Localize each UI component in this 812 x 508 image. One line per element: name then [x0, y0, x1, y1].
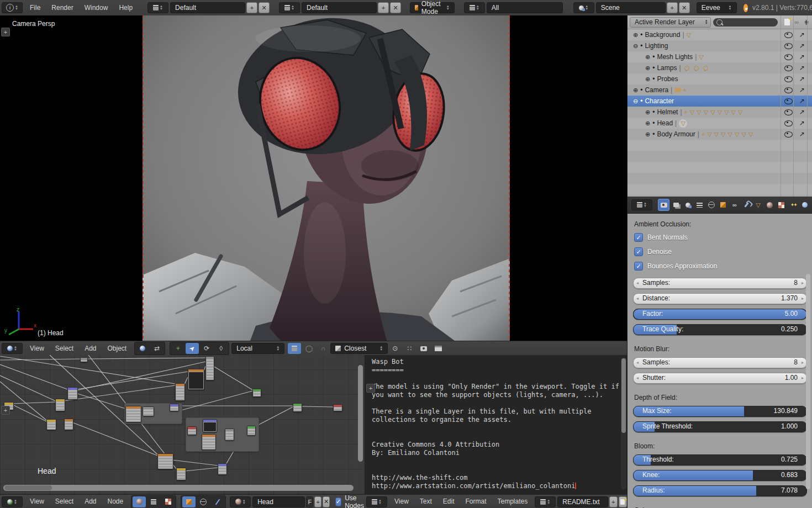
visibility-eye-icon[interactable]: [784, 32, 793, 38]
expand-toggle[interactable]: ⊕: [645, 54, 650, 61]
text-content[interactable]: Wasp Bot======== The model is using "Onl…: [372, 358, 619, 490]
checkbox[interactable]: ✓: [634, 247, 643, 256]
node-menu-select[interactable]: Select: [50, 495, 79, 508]
paint-brush-button[interactable]: ⊙: [388, 343, 402, 354]
shader-node[interactable]: [202, 434, 216, 450]
viewport-menu-view[interactable]: View: [24, 342, 50, 356]
properties-editor-type-button[interactable]: ▲▼: [631, 199, 652, 210]
material-browse-button[interactable]: ▲▼: [230, 496, 251, 507]
shader-node[interactable]: [55, 399, 65, 411]
slider-tracequality[interactable]: Trace Quality:0.250: [633, 324, 807, 335]
mode-ball-icon-button[interactable]: [136, 343, 149, 354]
visibility-eye-icon[interactable]: [784, 76, 793, 82]
selectable-cursor-icon[interactable]: ↖: [799, 75, 805, 83]
selectable-cursor-icon[interactable]: ↖: [799, 119, 805, 127]
snap-magnet-button[interactable]: ∩: [317, 343, 330, 354]
snap-mode-dropdown[interactable]: Closest ▲▼: [330, 343, 388, 354]
editor-type-info-button[interactable]: i ▲▼: [2, 2, 23, 13]
slider-radius[interactable]: Radius:7.078: [633, 485, 807, 496]
slider-spritethreshold[interactable]: Sprite Threshold:1.000: [633, 421, 807, 432]
collection-name[interactable]: Body Armour: [657, 130, 695, 138]
scene-icon-button[interactable]: ▲▼: [573, 2, 594, 13]
text-editor[interactable]: Wasp Bot======== The model is using "Onl…: [365, 355, 628, 494]
visibility-eye-icon[interactable]: [784, 43, 793, 49]
shader-type-image-button[interactable]: [147, 496, 160, 507]
slider-distance[interactable]: ◂▸Distance:1.370: [633, 293, 807, 304]
expand-toggle[interactable]: ⊕: [645, 76, 650, 83]
outliner-row-probes[interactable]: ⊕•Probes↖: [628, 73, 812, 84]
slider-left-arrow[interactable]: ◂: [636, 358, 639, 367]
outliner-row-helmet[interactable]: ⊕•Helmet|⌖▽▽▽▽▽▽▽▽↖: [628, 107, 812, 118]
shader-node[interactable]: [67, 387, 78, 400]
node-menu-view[interactable]: View: [24, 495, 50, 508]
transform-widget-button[interactable]: ⇄: [150, 343, 164, 354]
tab-render[interactable]: [658, 199, 669, 211]
workspace1-icon-button[interactable]: ▲▼: [147, 2, 168, 13]
text-editor-type-button[interactable]: ▲▼: [366, 496, 387, 507]
outliner-display-mode-dropdown[interactable]: Active Render Layer ▲▼: [630, 17, 711, 28]
workspace1-close-button[interactable]: ✕: [259, 2, 270, 13]
expand-toggle[interactable]: ⊕: [645, 109, 650, 116]
text-menu-format[interactable]: Format: [460, 495, 492, 508]
collection-name[interactable]: Helmet: [657, 108, 678, 116]
tab-data[interactable]: ▽: [753, 199, 763, 210]
slider-threshold[interactable]: Threshold:0.725: [633, 454, 807, 465]
text-browse-button[interactable]: ▲▼: [535, 496, 556, 507]
expand-toggle[interactable]: ⊖: [633, 43, 638, 50]
shader-node[interactable]: [46, 419, 56, 430]
properties-scrollbar[interactable]: [806, 274, 810, 489]
shader-node[interactable]: [187, 426, 197, 435]
slider-left-arrow[interactable]: ◂: [636, 373, 639, 383]
slider-right-arrow[interactable]: ▸: [802, 358, 804, 367]
transform-orientation-dropdown[interactable]: Local ▲▼: [231, 343, 284, 354]
checkbox-row-denoise[interactable]: ✓Denoise: [634, 245, 806, 259]
selectable-cursor-icon[interactable]: ↖: [799, 130, 805, 138]
checkbox-row-bounces-approximation[interactable]: ✓Bounces Approximation: [634, 259, 806, 273]
shader-node[interactable]: [225, 428, 234, 441]
collection-name[interactable]: Background: [645, 31, 680, 39]
shader-node[interactable]: [80, 357, 88, 362]
tab-physics[interactable]: [800, 199, 810, 210]
context-object-button[interactable]: [182, 496, 196, 507]
shader-node[interactable]: [218, 463, 227, 475]
text-editor-expand-button[interactable]: +: [366, 384, 375, 393]
workspace2-field[interactable]: Default: [302, 2, 377, 13]
tab-world[interactable]: [706, 199, 716, 210]
selectable-cursor-icon[interactable]: ↖: [799, 31, 805, 39]
slider-samples[interactable]: ◂▸Samples:8: [633, 357, 807, 368]
workspace1-field[interactable]: Default: [170, 2, 245, 13]
tab-view-layer[interactable]: [694, 199, 705, 210]
outliner-row-head[interactable]: ⊕•Head|▽↖: [628, 118, 812, 129]
shader-node[interactable]: [203, 419, 217, 432]
shader-node[interactable]: [188, 369, 204, 390]
collection-name[interactable]: Head: [657, 119, 673, 127]
new-collection-button[interactable]: [783, 18, 791, 26]
text-add-button[interactable]: +: [609, 496, 618, 507]
tool-rotate-button[interactable]: ⟳: [200, 343, 213, 354]
shader-node[interactable]: [170, 404, 179, 411]
shader-node[interactable]: [252, 389, 261, 397]
slider-right-arrow[interactable]: ▸: [802, 278, 804, 288]
render-engine-dropdown[interactable]: Eevee ▲▼: [697, 2, 737, 13]
tab-scene[interactable]: [682, 199, 693, 210]
tool-move-button[interactable]: ➤: [186, 343, 199, 354]
menu-render[interactable]: Render: [46, 1, 78, 15]
node-editor-vscrollbar[interactable]: [358, 365, 363, 462]
fake-user-button[interactable]: F: [306, 496, 313, 507]
viewport-menu-object[interactable]: Object: [102, 342, 133, 356]
context-linestyle-button[interactable]: [211, 496, 224, 507]
menu-help[interactable]: Help: [113, 1, 138, 15]
tab-output[interactable]: [671, 199, 681, 210]
overlay-toggle-button[interactable]: [288, 343, 301, 354]
viewport-3d[interactable]: Camera Persp + z x y (1) Head: [0, 15, 627, 341]
expand-toggle[interactable]: ⊕: [645, 120, 650, 127]
outliner-row-lighting[interactable]: ⊖•Lighting↖: [628, 40, 812, 51]
checkbox[interactable]: ✓: [634, 262, 643, 271]
text-menu-text[interactable]: Text: [414, 495, 437, 508]
scene-field[interactable]: Scene: [596, 2, 666, 13]
tab-material[interactable]: [764, 199, 775, 210]
tab-object[interactable]: [718, 199, 728, 210]
workspace2-close-button[interactable]: ✕: [390, 2, 401, 13]
text-menu-edit[interactable]: Edit: [437, 495, 460, 508]
expand-toggle[interactable]: ⊕: [633, 31, 638, 39]
